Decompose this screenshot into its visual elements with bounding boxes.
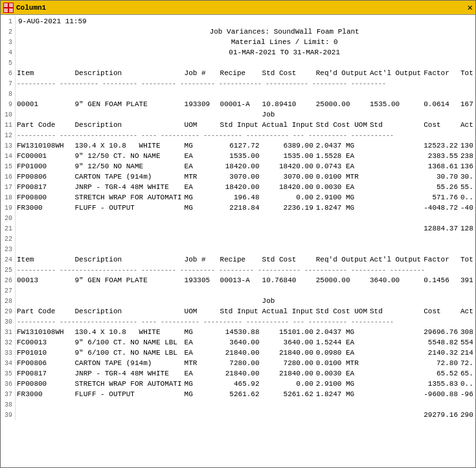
- part2-stdcostval: 65.52: [368, 368, 459, 379]
- col-partcode-hdr: Part Code: [16, 120, 74, 130]
- part-stdinput: 18420.00: [219, 182, 261, 192]
- part2-stdinput: 21840.00: [219, 368, 261, 379]
- table-row: 28 Job P_M: [3, 296, 473, 306]
- table-row: 10 Job P_M: [3, 109, 473, 120]
- part2-actinput: 7280.00: [261, 358, 315, 368]
- row-num: 35: [3, 368, 16, 379]
- col-std-hdr: Std: [368, 120, 422, 130]
- part-actualco: 2383....: [459, 151, 473, 161]
- table-row: 1 9-AUG-2021 11:59 ABC Inc.: [3, 16, 473, 27]
- item2-act: 3640.00: [368, 275, 422, 285]
- part-stdcostuom: 0.0030 EA: [315, 182, 368, 192]
- item1-actual-total: 12814....: [459, 223, 473, 234]
- item1-stdcost: 10.89410: [261, 99, 315, 109]
- part-code: FP00817: [16, 182, 74, 192]
- item1-desc: 9" GEN FOAM PLATE: [74, 99, 183, 109]
- table-row: 36 FP00800 STRETCH WRAP FOR AUTOMATI MG …: [3, 379, 473, 389]
- row-num: 5: [3, 58, 16, 68]
- row-num: 3: [3, 37, 16, 47]
- item2-num: 00013: [16, 275, 74, 285]
- part2-desc: JNRP - TGR-4 48M WHITE: [74, 368, 183, 379]
- svg-rect-3: [9, 8, 13, 12]
- col2-actualco-hdr: Actual Co..: [459, 306, 473, 317]
- window-controls[interactable]: ✕: [468, 2, 473, 13]
- part2-stdcostuom: 0.0100 MTR: [315, 358, 368, 368]
- part-actinput: 0.00: [261, 192, 315, 203]
- col-tots-hdr: Tot S..: [459, 68, 473, 78]
- row-num: 39: [3, 410, 16, 420]
- item2-tots: 391...: [459, 275, 473, 285]
- row-num: 1: [3, 16, 16, 27]
- part-desc: 9" 12/50 CT. NO NAME: [74, 151, 183, 161]
- item2-actual-total: 29088....: [459, 410, 473, 420]
- row-num: 17: [3, 182, 16, 192]
- part-uom: MG: [183, 192, 219, 203]
- table-row: 18 FP00800 STRETCH WRAP FOR AUTOMATI MG …: [3, 192, 473, 203]
- row-num: 24: [3, 254, 16, 265]
- col-actualco-hdr: Actual Co..: [459, 120, 473, 130]
- cell-timestamp: 9-AUG-2021 11:59: [16, 16, 473, 27]
- table-row: 14 FC00001 9" 12/50 CT. NO NAME EA 1535.…: [3, 151, 473, 161]
- part2-code: FR3000: [16, 389, 74, 399]
- part2-stdcostval: 1355.83: [368, 379, 459, 389]
- part2-code: FC00013: [16, 337, 74, 348]
- row-num: 16: [3, 172, 16, 182]
- item2-desc: 9" GEN FOAM PLATE: [74, 275, 183, 285]
- col2-act-hdr: Act'l Output: [368, 254, 422, 265]
- row-num: 33: [3, 348, 16, 358]
- col-item-hdr: Item: [16, 68, 74, 78]
- col2-pdesc-hdr: Description: [74, 306, 183, 317]
- table-row: 26 00013 9" GEN FOAM PLATE 193305 00013-…: [3, 275, 473, 285]
- table-row: 15 FP01000 9" 12/50 NO NAME EA 18420.00 …: [3, 161, 473, 172]
- item2-job: 193305: [183, 275, 219, 285]
- table-row: 27: [3, 285, 473, 296]
- part-desc: CARTON TAPE (914m): [74, 172, 183, 182]
- part2-actualco: 5548....: [459, 337, 473, 348]
- col-uom-hdr: UOM: [183, 120, 219, 130]
- part-actualco: -4080....: [459, 203, 473, 213]
- part-actualco: 13057....: [459, 140, 473, 151]
- part2-actualco: 2140....: [459, 348, 473, 358]
- svg-rect-2: [4, 8, 8, 12]
- col2-desc-hdr: Description: [74, 254, 183, 265]
- table-row: 6 Item Description Job # Recipe Std Cost…: [3, 68, 473, 78]
- col-stdcost-hdr: Std Cost: [261, 68, 315, 78]
- table-row: 8: [3, 89, 473, 99]
- table-row: 25 ---------- -------------------- -----…: [3, 265, 473, 275]
- col2-std-hdr: Std: [368, 306, 422, 317]
- part2-stdcostval: 29696.76: [368, 327, 459, 337]
- row-num: 37: [3, 389, 16, 399]
- part2-code: FP00800: [16, 379, 74, 389]
- part-stdcostuom: 2.0437 MG: [315, 140, 368, 151]
- part-code: FP00806: [16, 172, 74, 182]
- separator-dashes3: ---------- -------------------- --------…: [16, 265, 473, 275]
- part-code: FP00800: [16, 192, 74, 203]
- spreadsheet-scroll[interactable]: 1 9-AUG-2021 11:59 ABC Inc. 2 Job Varian…: [3, 16, 473, 466]
- row-num: 6: [3, 68, 16, 78]
- table-row: 30 ---------- -------------------- ---- …: [3, 317, 473, 327]
- row-num: 12: [3, 130, 16, 140]
- part2-actinput: 3640.00: [261, 337, 315, 348]
- col-factor-hdr: Factor: [422, 68, 459, 78]
- part2-desc: FLUFF - OUTPUT: [74, 389, 183, 399]
- part-stdcostuom: 0.0743 EA: [315, 161, 368, 172]
- table-row: 20: [3, 213, 473, 223]
- part-stdcostval: 12523.22: [368, 140, 459, 151]
- col-cost-hdr: Cost: [422, 120, 459, 130]
- col-act-hdr: Act'l Output: [368, 68, 422, 78]
- part2-uom: EA: [183, 348, 219, 358]
- row-num: 9: [3, 99, 16, 109]
- part2-uom: MG: [183, 389, 219, 399]
- job-label2: Job: [261, 296, 315, 306]
- part2-code: FW1310108WH: [16, 327, 74, 337]
- row-num: 21: [3, 223, 16, 234]
- table-row: 7 ---------- ---------- --------- ------…: [3, 78, 473, 89]
- part-code: FR3000: [16, 203, 74, 213]
- table-row: 4 01-MAR-2021 TO 31-MAR-2021: [3, 47, 473, 58]
- row-num: 22: [3, 234, 16, 244]
- part2-desc: CARTON TAPE (914m): [74, 358, 183, 368]
- table-row: 38: [3, 399, 473, 410]
- separator-dashes: ---------- ---------- --------- --------…: [16, 78, 473, 89]
- part-uom: MTR: [183, 172, 219, 182]
- col-job-hdr: Job #: [183, 68, 219, 78]
